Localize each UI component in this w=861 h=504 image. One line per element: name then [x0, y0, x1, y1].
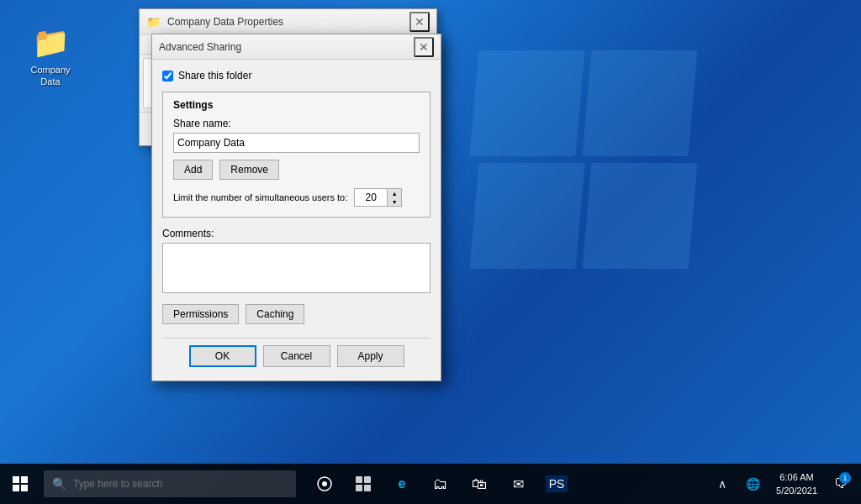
windows-logo-watermark [474, 50, 726, 302]
advanced-sharing-ok-button[interactable]: OK [189, 345, 256, 367]
chevron-up-button[interactable]: ∧ [709, 465, 736, 502]
properties-dialog-titlebar: 📁 Company Data Properties ✕ [140, 9, 436, 34]
share-name-label: Share name: [173, 118, 420, 129]
share-folder-checkbox-row: Share this folder [162, 70, 430, 81]
folder-icon-label: Company Data [30, 64, 70, 88]
comments-label: Comments: [162, 228, 430, 239]
taskbar-search-bar[interactable]: 🔍 [44, 470, 296, 497]
svg-rect-8 [356, 485, 362, 491]
network-icon[interactable]: 🌐 [739, 465, 766, 502]
settings-group-label: Settings [173, 99, 420, 111]
spinner-up-button[interactable]: ▲ [388, 189, 401, 197]
share-name-input[interactable] [173, 133, 420, 153]
start-button[interactable] [0, 464, 40, 504]
mail-button[interactable]: ✉ [499, 465, 536, 502]
svg-rect-7 [364, 476, 371, 483]
file-explorer-button[interactable]: 🗂 [422, 465, 459, 502]
share-folder-checkbox-label[interactable]: Share this folder [178, 70, 251, 81]
share-folder-checkbox[interactable] [162, 71, 173, 81]
svg-rect-3 [21, 485, 28, 491]
svg-rect-1 [21, 476, 28, 483]
svg-point-5 [322, 481, 327, 486]
clock-time: 6:06 AM [776, 470, 817, 485]
notification-center-button[interactable]: 🗨 1 [827, 465, 854, 502]
spinner-down-button[interactable]: ▼ [388, 197, 401, 206]
start-icon [13, 476, 28, 491]
store-icon: 🛍 [472, 475, 487, 493]
properties-dialog-close-button[interactable]: ✕ [409, 12, 430, 32]
limit-row: Limit the number of simultaneous users t… [173, 188, 420, 207]
task-view-icon [317, 476, 332, 491]
svg-rect-6 [356, 476, 362, 483]
limit-label: Limit the number of simultaneous users t… [173, 192, 347, 202]
properties-dialog-title: Company Data Properties [167, 16, 403, 28]
system-clock[interactable]: 6:06 AM 5/20/2021 [769, 470, 824, 498]
store-button[interactable]: 🛍 [461, 465, 498, 502]
clock-date: 5/20/2021 [776, 484, 817, 498]
advanced-sharing-cancel-button[interactable]: Cancel [263, 345, 330, 367]
add-share-button[interactable]: Add [173, 160, 213, 180]
add-remove-button-row: Add Remove [173, 160, 420, 180]
widgets-icon [356, 476, 371, 491]
advanced-sharing-title: Advanced Sharing [159, 41, 407, 53]
properties-dialog-icon: 📁 [146, 15, 161, 29]
advanced-sharing-titlebar: Advanced Sharing ✕ [152, 34, 441, 60]
permissions-caching-row: Permissions Caching [162, 304, 430, 324]
company-data-folder-icon[interactable]: 📁 Company Data [17, 25, 84, 88]
widgets-button[interactable] [345, 465, 382, 502]
comments-textarea[interactable] [162, 243, 430, 293]
taskbar-right: ∧ 🌐 6:06 AM 5/20/2021 🗨 1 [709, 465, 861, 502]
limit-spinner: ▲ ▼ [354, 188, 402, 207]
file-explorer-icon: 🗂 [433, 475, 448, 493]
notification-badge: 1 [839, 472, 851, 484]
caching-button[interactable]: Caching [246, 304, 304, 324]
permissions-button[interactable]: Permissions [162, 304, 239, 324]
desktop: 📁 Company Data 📁 Company Data Properties… [0, 0, 861, 504]
settings-group: Settings Share name: Add Remove Limit th… [162, 92, 430, 218]
mail-icon: ✉ [513, 476, 524, 492]
svg-rect-0 [13, 476, 19, 483]
taskbar: 🔍 e [0, 464, 861, 504]
terminal-button[interactable]: PS [538, 465, 575, 502]
svg-rect-2 [13, 485, 19, 491]
advanced-sharing-button-row: OK Cancel Apply [162, 338, 430, 370]
task-view-button[interactable] [306, 465, 343, 502]
spinner-buttons: ▲ ▼ [388, 188, 402, 207]
edge-browser-button[interactable]: e [383, 465, 420, 502]
taskbar-center-icons: e 🗂 🛍 ✉ PS [306, 465, 575, 502]
terminal-icon: PS [546, 475, 568, 492]
edge-icon: e [399, 476, 406, 491]
search-icon: 🔍 [52, 477, 66, 491]
advanced-sharing-close-button[interactable]: ✕ [414, 37, 434, 57]
advanced-sharing-dialog: Advanced Sharing ✕ Share this folder Set… [151, 34, 441, 381]
advanced-sharing-apply-button[interactable]: Apply [337, 345, 404, 367]
limit-value-input[interactable] [354, 188, 388, 207]
remove-share-button[interactable]: Remove [219, 160, 279, 180]
folder-emoji-icon: 📁 [32, 25, 70, 60]
advanced-sharing-body: Share this folder Settings Share name: A… [152, 60, 441, 381]
search-input[interactable] [73, 478, 288, 490]
svg-rect-9 [364, 485, 371, 491]
